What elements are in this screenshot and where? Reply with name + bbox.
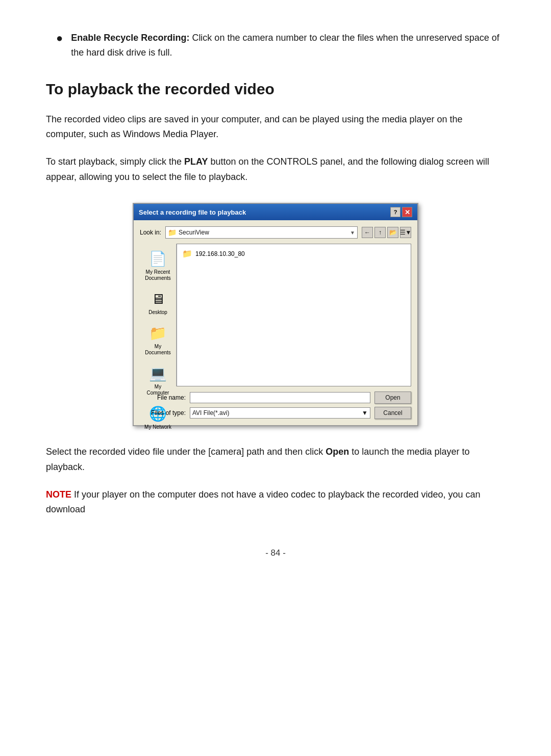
view-button[interactable]: ☰▼ xyxy=(400,227,411,238)
open-button[interactable]: Open xyxy=(374,392,411,404)
my-documents-icon: 📁 xyxy=(149,325,167,342)
file-folder-icon: 📁 xyxy=(182,249,192,258)
nav-recent-docs[interactable]: 📄 My RecentDocuments xyxy=(141,247,176,285)
toolbar-buttons: ← ↑ 📂 ☰▼ xyxy=(362,227,411,238)
note-label: NOTE xyxy=(46,489,71,500)
cancel-button[interactable]: Cancel xyxy=(374,407,411,419)
dialog-main: 📄 My RecentDocuments 🖥 Desktop 📁 My Docu… xyxy=(140,244,411,386)
help-button[interactable]: ? xyxy=(390,207,400,217)
dialog-body: Look in: 📁 SecuriView ▼ ← ↑ 📂 ☰▼ 📄 xyxy=(134,220,417,425)
file-type-row: Files of type: AVI File(*.avi) ▼ Cancel xyxy=(140,407,411,419)
look-in-label: Look in: xyxy=(140,229,161,236)
dialog-bottom: File name: Open Files of type: AVI File(… xyxy=(140,392,411,419)
desktop-label: Desktop xyxy=(148,309,167,316)
dropdown-arrow-icon: ▼ xyxy=(350,230,355,236)
bullet-dot: ● xyxy=(56,32,63,45)
after-dialog-bold: Open xyxy=(325,447,349,457)
note-text: NOTE If your player on the computer does… xyxy=(46,487,505,517)
note-section: NOTE If your player on the computer does… xyxy=(46,487,505,517)
section-title: To playback the recorded video xyxy=(46,81,505,98)
note-body: If your player on the computer does not … xyxy=(46,489,481,515)
dialog-wrapper: Select a recording file to playback ? ✕ … xyxy=(46,203,505,426)
bullet-section: ● Enable Recycle Recording: Click on the… xyxy=(46,31,505,60)
recent-docs-icon: 📄 xyxy=(149,250,167,267)
look-in-dropdown[interactable]: 📁 SecuriView ▼ xyxy=(165,226,358,239)
back-button[interactable]: ← xyxy=(362,227,373,238)
file-area[interactable]: 📁 192.168.10.30_80 xyxy=(177,244,411,386)
file-type-arrow-icon: ▼ xyxy=(362,409,368,416)
file-type-field-label: Files of type: xyxy=(140,409,186,416)
file-name-label: 192.168.10.30_80 xyxy=(195,250,245,257)
dialog-title: Select a recording file to playback xyxy=(139,208,246,216)
after-dialog-text: Select the recorded video file under the… xyxy=(46,445,505,475)
bullet-item: ● Enable Recycle Recording: Click on the… xyxy=(56,31,505,60)
file-item[interactable]: 📁 192.168.10.30_80 xyxy=(180,247,408,260)
my-network-label: My Network xyxy=(144,424,171,430)
page-number: - 84 - xyxy=(46,548,505,558)
my-documents-label: My Documents xyxy=(143,344,173,356)
nav-my-documents[interactable]: 📁 My Documents xyxy=(141,321,176,359)
look-in-value: SecuriView xyxy=(179,229,348,236)
file-type-value: AVI File(*.avi) xyxy=(192,409,229,416)
para2-bold: PLAY xyxy=(184,157,208,167)
desktop-icon: 🖥 xyxy=(151,291,165,307)
file-name-row: File name: Open xyxy=(140,392,411,404)
nav-desktop[interactable]: 🖥 Desktop xyxy=(141,287,176,319)
file-name-field-label: File name: xyxy=(140,394,186,401)
close-button[interactable]: ✕ xyxy=(402,207,412,217)
bullet-label: Enable Recycle Recording: xyxy=(71,33,189,43)
after-dialog-prefix: Select the recorded video file under the… xyxy=(46,447,325,457)
para2-prefix: To start playback, simply click the xyxy=(46,157,184,167)
recent-docs-label: My RecentDocuments xyxy=(145,269,171,281)
para1: The recorded video clips are saved in yo… xyxy=(46,112,505,142)
title-buttons: ? ✕ xyxy=(390,207,412,217)
para2: To start playback, simply click the PLAY… xyxy=(46,154,505,185)
my-computer-icon: 💻 xyxy=(149,365,167,382)
new-folder-button[interactable]: 📂 xyxy=(387,227,398,238)
dialog-box: Select a recording file to playback ? ✕ … xyxy=(133,203,418,426)
bullet-text: Enable Recycle Recording: Click on the c… xyxy=(71,31,505,60)
file-name-input[interactable] xyxy=(190,392,370,403)
dialog-titlebar: Select a recording file to playback ? ✕ xyxy=(134,204,417,220)
sidebar-nav: 📄 My RecentDocuments 🖥 Desktop 📁 My Docu… xyxy=(140,244,177,386)
up-button[interactable]: ↑ xyxy=(374,227,386,238)
file-type-dropdown[interactable]: AVI File(*.avi) ▼ xyxy=(190,407,370,419)
folder-icon: 📁 xyxy=(168,228,177,237)
look-in-row: Look in: 📁 SecuriView ▼ ← ↑ 📂 ☰▼ xyxy=(140,226,411,239)
